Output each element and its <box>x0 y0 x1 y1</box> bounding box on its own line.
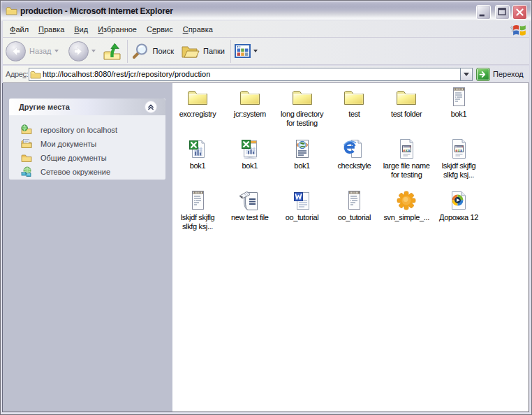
internet-document-icon <box>343 138 365 160</box>
file-item[interactable]: Дорожка 12 <box>431 189 487 222</box>
file-list: exo:registryjcr:systemlong directory for… <box>172 83 529 412</box>
file-item[interactable]: oo_tutorial <box>274 189 330 222</box>
word-document-icon <box>291 189 313 212</box>
folder-icon <box>343 86 365 108</box>
file-item[interactable]: oo_tutorial <box>326 189 382 222</box>
file-item-label: new test file <box>223 213 276 222</box>
up-button[interactable] <box>103 42 121 61</box>
file-item[interactable]: new test file <box>222 189 278 222</box>
file-item-label: oo_tutorial <box>327 213 380 222</box>
file-item-label: test folder <box>380 110 433 119</box>
file-item[interactable]: test folder <box>378 86 434 119</box>
app-window-icon: exa <box>448 138 470 160</box>
sidebar-item[interactable]: Мои документы <box>9 137 165 151</box>
folder-icon <box>6 5 17 17</box>
web-folder-icon <box>21 124 32 136</box>
folders-icon[interactable] <box>181 43 200 60</box>
file-item-label: long directory for testing <box>280 110 325 128</box>
other-places-header[interactable]: Другие места <box>9 99 165 115</box>
folder-icon <box>239 86 261 108</box>
file-item-label: bok1 <box>223 161 276 170</box>
back-button[interactable] <box>6 41 26 61</box>
maximize-button[interactable] <box>495 5 510 20</box>
folder-icon <box>30 69 41 80</box>
write-document-icon <box>239 189 261 212</box>
text-file-icon <box>343 189 365 212</box>
search-label: Поиск <box>153 47 174 55</box>
file-item[interactable]: exalarge file name for testing <box>378 138 434 180</box>
file-item[interactable]: bok1 <box>222 138 278 170</box>
address-bar: Адрес: http://localhost:8080/rest/jcr/re… <box>3 66 529 83</box>
file-item[interactable]: exalskjdf skjflg slkfg ksj... <box>431 138 487 180</box>
folder-icon <box>291 86 313 108</box>
sidebar-item[interactable]: Сетевое окружение <box>9 165 165 179</box>
menu-item-3[interactable]: Избранное <box>93 23 142 36</box>
client-area: Другие места repository on localhostМои … <box>2 83 529 412</box>
sidebar: Другие места repository on localhostМои … <box>3 83 172 412</box>
sidebar-item[interactable]: repository on localhost <box>9 123 165 137</box>
file-item-label: svn_simple_... <box>380 213 433 222</box>
back-dropdown-icon[interactable] <box>54 50 59 52</box>
excel-file-icon <box>186 138 209 160</box>
ie-window: production - Microsoft Internet Explorer… <box>0 0 532 415</box>
media-file-icon <box>448 189 470 212</box>
sidebar-item-label: repository on localhost <box>40 126 117 134</box>
other-places-title: Другие места <box>19 103 70 111</box>
file-item[interactable]: long directory for testing <box>274 86 330 128</box>
go-button[interactable] <box>476 68 490 81</box>
menu-item-5[interactable]: Справка <box>178 23 218 36</box>
folder-icon <box>186 86 209 108</box>
folder-icon <box>395 86 418 108</box>
html-document-icon <box>291 138 313 160</box>
search-icon[interactable] <box>131 42 149 60</box>
minimize-button[interactable] <box>476 5 491 20</box>
excel-template-icon <box>239 138 261 160</box>
sidebar-item-label: Мои документы <box>40 140 96 148</box>
window-title: production - Microsoft Internet Explorer <box>20 6 173 16</box>
gear-icon <box>395 189 418 212</box>
file-item-label: large file name for testing <box>380 161 433 180</box>
title-bar: production - Microsoft Internet Explorer <box>1 1 531 21</box>
address-label: Адрес: <box>6 70 28 78</box>
file-item[interactable]: checkstyle <box>326 138 382 170</box>
my-documents-icon <box>21 138 32 150</box>
menu-item-0[interactable]: Файл <box>5 23 34 36</box>
sidebar-item[interactable]: Общие документы <box>9 151 165 165</box>
go-label: Переход <box>493 70 524 78</box>
file-item-label: lskjdf skjflg slkfg ksj... <box>436 161 481 180</box>
file-item[interactable]: lskjdf skjflg slkfg ksj... <box>170 189 226 231</box>
collapse-chevron-icon[interactable] <box>145 101 157 113</box>
menu-item-2[interactable]: Вид <box>69 23 93 36</box>
folders-label: Папки <box>203 47 225 55</box>
file-item[interactable]: test <box>326 86 382 119</box>
network-places-icon <box>21 166 32 177</box>
text-file-icon <box>186 189 209 212</box>
file-item-label: bok1 <box>171 161 224 170</box>
forward-dropdown-icon[interactable] <box>91 50 96 52</box>
menu-bar: ФайлПравкаВидИзбранноеСервисСправка <box>3 21 529 38</box>
menu-item-1[interactable]: Правка <box>34 23 69 36</box>
file-item[interactable]: exo:registry <box>170 86 226 119</box>
file-item[interactable]: bok1 <box>274 138 330 170</box>
file-item-label: lskjdf skjflg slkfg ksj... <box>175 213 220 231</box>
menu-item-4[interactable]: Сервис <box>142 23 178 36</box>
file-item[interactable]: bok1 <box>170 138 226 170</box>
file-item-label: exo:registry <box>171 110 224 119</box>
toolbar: Назад Поиск <box>3 38 529 65</box>
app-window-icon: exa <box>395 138 418 160</box>
address-input[interactable]: http://localhost:8080/rest/jcr/repositor… <box>29 68 473 81</box>
file-item[interactable]: jcr:system <box>222 86 278 119</box>
file-item[interactable]: bok1 <box>431 86 487 119</box>
forward-button[interactable] <box>68 41 89 61</box>
other-places-panel: Другие места repository on localhostМои … <box>9 99 165 180</box>
address-dropdown-button[interactable] <box>460 68 472 80</box>
shared-documents-icon <box>21 152 32 163</box>
file-item-label: Дорожка 12 <box>432 213 485 222</box>
close-button[interactable] <box>512 5 527 20</box>
back-label: Назад <box>29 47 52 55</box>
file-item[interactable]: svn_simple_... <box>378 189 434 222</box>
views-button[interactable] <box>235 44 251 58</box>
windows-logo-icon <box>510 22 526 36</box>
text-file-icon <box>448 86 470 108</box>
file-item-label: checkstyle <box>327 161 380 170</box>
